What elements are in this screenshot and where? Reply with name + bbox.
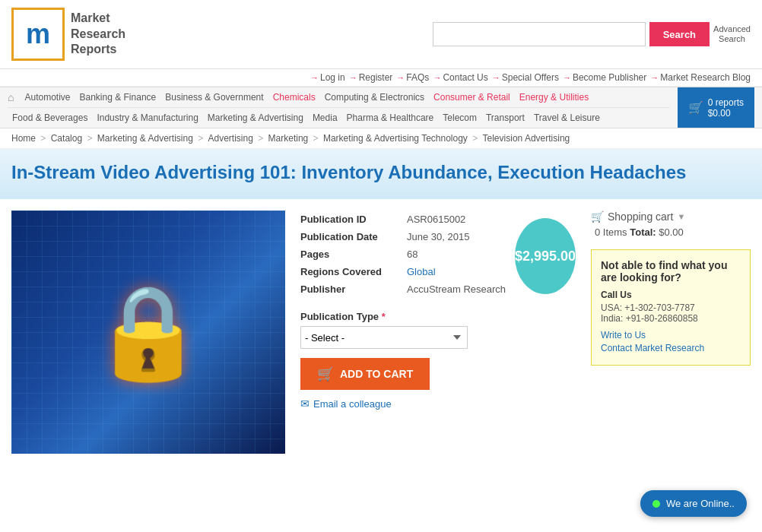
sc-total-value: $0.00: [659, 226, 684, 238]
call-us-label: Call Us: [601, 290, 741, 300]
nav-login[interactable]: → Log in: [310, 72, 345, 83]
cart-icon: 🛒: [688, 100, 703, 115]
bc-catalog[interactable]: Catalog: [51, 133, 82, 144]
cat-nav-container: ⌂ Automotive Banking & Finance Business …: [8, 87, 754, 128]
add-to-cart-button[interactable]: 🛒 ADD TO CART: [300, 358, 430, 390]
detail-table: Publication ID ASR0615002 Publication Da…: [300, 211, 507, 298]
cat-consumer[interactable]: Consumer & Retail: [429, 90, 515, 104]
sc-header[interactable]: 🛒 Shopping cart ▼: [591, 211, 751, 223]
main-content: 🔒 Publication ID ASR0615002 Publication …: [0, 199, 762, 465]
bc-marketing[interactable]: Marketing & Advertising: [97, 133, 193, 144]
required-star: *: [382, 311, 386, 322]
bc-home[interactable]: Home: [11, 133, 36, 144]
pub-date-label: Publication Date: [300, 228, 407, 245]
pub-id-label: Publication ID: [300, 211, 407, 228]
cat-row-2: Food & Beverages Industry & Manufacturin…: [8, 108, 670, 128]
regions-link[interactable]: Global: [407, 266, 436, 277]
sc-label: Shopping cart: [608, 211, 673, 223]
nav-special-offers[interactable]: → Special Offers: [492, 72, 559, 83]
arrow-icon: →: [650, 73, 659, 82]
cat-marketing[interactable]: Marketing & Advertising: [203, 111, 308, 125]
bc-mktg[interactable]: Marketing: [268, 133, 309, 144]
logo-text: Market Research Reports: [71, 11, 125, 58]
add-to-cart-label: ADD TO CART: [340, 368, 413, 380]
contact-link[interactable]: Contact Market Research: [601, 343, 741, 353]
cat-business[interactable]: Business & Government: [160, 90, 268, 104]
cart-info: 0 reports $0.00: [708, 97, 744, 119]
arrow-icon: →: [396, 73, 405, 82]
cat-travel[interactable]: Travel & Leisure: [529, 111, 605, 125]
details-price-row: Publication ID ASR0615002 Publication Da…: [300, 211, 576, 302]
cat-industry[interactable]: Industry & Manufacturing: [92, 111, 202, 125]
cat-chemicals[interactable]: Chemicals: [268, 90, 320, 104]
shopping-cart-area: 🛒 Shopping cart ▼ 0 Items Total: $0.00: [591, 211, 751, 238]
table-row: Publisher AccuStream Research: [300, 280, 507, 298]
table-row: Pages 68: [300, 245, 507, 263]
price-badge: $2,995.00: [515, 218, 576, 294]
sc-items-info: 0 Items Total: $0.00: [591, 226, 751, 238]
bc-advertising[interactable]: Advertising: [208, 133, 253, 144]
sidebar: 🛒 Shopping cart ▼ 0 Items Total: $0.00 N…: [591, 211, 751, 454]
nav-become-publisher[interactable]: → Become Publisher: [563, 72, 646, 83]
nav-faqs[interactable]: → FAQs: [396, 72, 429, 83]
arrow-icon: →: [310, 73, 319, 82]
logo-line2: Research: [71, 27, 125, 43]
bc-tv[interactable]: Television Advertising: [483, 133, 570, 144]
cat-nav-main: ⌂ Automotive Banking & Finance Business …: [8, 87, 670, 128]
bc-sep: >: [310, 133, 321, 144]
cat-banking[interactable]: Banking & Finance: [75, 90, 161, 104]
pub-type-label: Publication Type *: [300, 311, 576, 322]
regions-value[interactable]: Global: [407, 263, 507, 280]
logo-line3: Reports: [71, 42, 125, 58]
bc-sep: >: [84, 133, 95, 144]
logo-area: m Market Research Reports: [11, 8, 125, 61]
pub-date-value: June 30, 2015: [407, 228, 507, 245]
arrow-icon: →: [433, 73, 441, 82]
search-input[interactable]: [433, 22, 646, 46]
logo-line1: Market: [71, 11, 125, 27]
sc-total-label: Total:: [630, 226, 656, 238]
publisher-label: Publisher: [300, 280, 407, 298]
select-wrapper: - Select - Single User PDF Multi User PD…: [300, 326, 468, 349]
cat-pharma[interactable]: Pharma & Healthcare: [342, 111, 439, 125]
cat-row-1: ⌂ Automotive Banking & Finance Business …: [8, 87, 670, 108]
cat-computing[interactable]: Computing & Electronics: [320, 90, 429, 104]
cat-telecom[interactable]: Telecom: [438, 111, 481, 125]
write-us-link[interactable]: Write to Us: [601, 330, 741, 340]
home-icon[interactable]: ⌂: [8, 91, 14, 103]
cat-automotive[interactable]: Automotive: [20, 90, 75, 104]
search-button[interactable]: Search: [649, 22, 710, 46]
cat-media[interactable]: Media: [308, 111, 342, 125]
bc-sep: >: [470, 133, 481, 144]
page-title: In-Stream Video Advertising 101: Invento…: [11, 160, 751, 184]
nav-contact[interactable]: → Contact Us: [433, 72, 487, 83]
cart-button[interactable]: 🛒 0 reports $0.00: [678, 87, 754, 128]
usa-phone: USA: +1-302-703-7787: [601, 302, 741, 313]
help-call-section: Call Us USA: +1-302-703-7787 India: +91-…: [601, 290, 741, 324]
logo-box: m: [11, 8, 65, 61]
lock-icon: 🔒: [91, 279, 205, 386]
cat-energy[interactable]: Energy & Utilities: [515, 90, 593, 104]
pages-value: 68: [407, 245, 507, 263]
regions-label: Regions Covered: [300, 263, 407, 280]
sc-dropdown-icon: ▼: [677, 212, 685, 221]
bc-tech[interactable]: Marketing & Advertising Technology: [323, 133, 468, 144]
cat-food[interactable]: Food & Beverages: [8, 111, 92, 125]
sc-items-count: 0 Items: [595, 226, 627, 238]
pub-id-value: ASR0615002: [407, 211, 507, 228]
india-phone: India: +91-80-26860858: [601, 313, 741, 324]
arrow-icon: →: [563, 73, 571, 82]
cart-price: $0.00: [708, 108, 744, 119]
breadcrumb: Home > Catalog > Marketing & Advertising…: [0, 128, 762, 149]
nav-register[interactable]: → Register: [349, 72, 393, 83]
help-title: Not able to find what you are looking fo…: [601, 259, 741, 283]
nav-blog[interactable]: → Market Research Blog: [650, 72, 751, 83]
email-colleague-link[interactable]: ✉ Email a colleague: [300, 397, 576, 410]
page-title-area: In-Stream Video Advertising 101: Invento…: [0, 149, 762, 199]
email-icon: ✉: [300, 397, 310, 410]
table-row: Publication Date June 30, 2015: [300, 228, 507, 245]
cat-transport[interactable]: Transport: [481, 111, 529, 125]
product-image: 🔒: [11, 211, 285, 454]
publication-type-select[interactable]: - Select - Single User PDF Multi User PD…: [300, 326, 468, 349]
advanced-search-link[interactable]: AdvancedSearch: [713, 24, 751, 44]
